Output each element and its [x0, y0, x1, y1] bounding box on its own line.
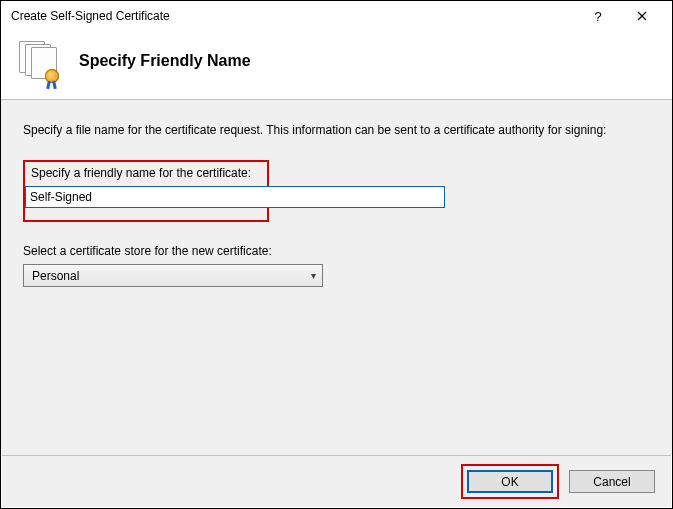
- ok-highlight: OK: [461, 464, 559, 499]
- close-icon: [637, 11, 647, 21]
- certificate-store-label: Select a certificate store for the new c…: [23, 244, 650, 258]
- window-title: Create Self-Signed Certificate: [11, 9, 576, 23]
- friendly-name-input[interactable]: [25, 186, 445, 208]
- page-title: Specify Friendly Name: [79, 52, 251, 70]
- chevron-down-icon: ▾: [311, 270, 316, 281]
- cancel-button[interactable]: Cancel: [569, 470, 655, 493]
- instruction-text: Specify a file name for the certificate …: [23, 122, 650, 138]
- certificate-store-select[interactable]: Personal ▾: [23, 264, 323, 287]
- friendly-name-group: Specify a friendly name for the certific…: [23, 160, 269, 222]
- help-button[interactable]: ?: [576, 1, 620, 31]
- ok-button[interactable]: OK: [467, 470, 553, 493]
- dialog-footer: OK Cancel: [2, 455, 671, 507]
- certificate-icon: [19, 41, 59, 81]
- friendly-name-label: Specify a friendly name for the certific…: [31, 166, 261, 180]
- dialog-body: Specify a file name for the certificate …: [1, 100, 672, 455]
- title-bar: Create Self-Signed Certificate ?: [1, 1, 672, 31]
- certificate-store-value: Personal: [32, 269, 79, 283]
- dialog-header: Specify Friendly Name: [1, 31, 672, 100]
- close-button[interactable]: [620, 1, 664, 31]
